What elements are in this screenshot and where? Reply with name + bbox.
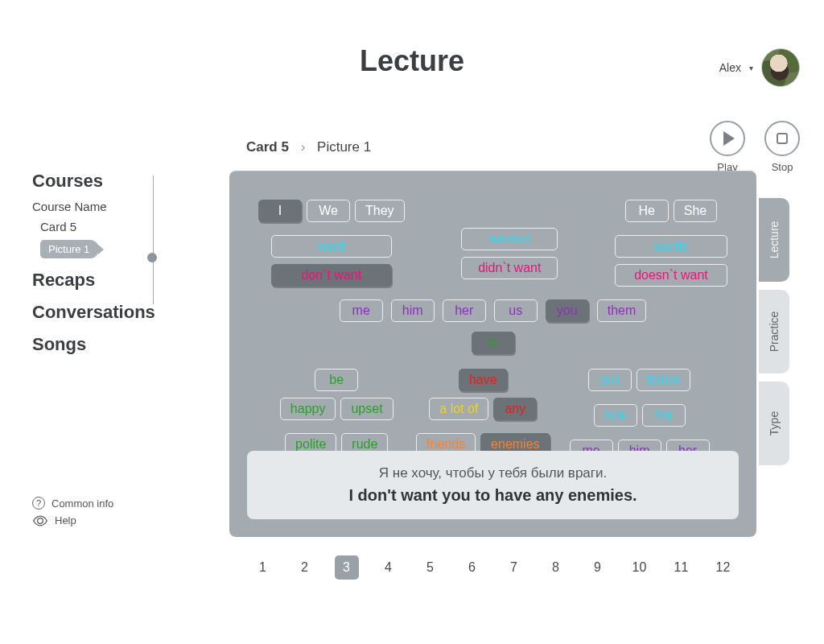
tab-practice-label: Practice xyxy=(768,312,781,353)
sidebar-courses-heading[interactable]: Courses xyxy=(32,171,193,192)
play-icon xyxy=(723,131,735,146)
stop-button[interactable] xyxy=(764,121,800,156)
help-link[interactable]: Help xyxy=(32,514,113,526)
sidebar-recaps[interactable]: Recaps xyxy=(32,270,193,291)
word-him[interactable]: him xyxy=(391,299,435,322)
word-you[interactable]: you xyxy=(546,299,589,322)
word-dont-want[interactable]: don`t want xyxy=(271,264,392,287)
page-6[interactable]: 6 xyxy=(460,555,484,580)
page-2[interactable]: 2 xyxy=(293,555,317,580)
page-7[interactable]: 7 xyxy=(502,555,526,580)
word-they[interactable]: They xyxy=(355,200,405,222)
translation-box: Я не хочу, чтобы у тебя были враги. I do… xyxy=(247,451,739,519)
word-hire[interactable]: hire xyxy=(594,404,637,427)
chevron-down-icon: ▾ xyxy=(749,64,753,72)
page-12[interactable]: 12 xyxy=(711,555,735,580)
sidebar-conversations[interactable]: Conversations xyxy=(32,302,193,323)
tab-lecture[interactable]: Lecture xyxy=(759,198,789,282)
page-10[interactable]: 10 xyxy=(628,555,652,580)
word-didnt-want[interactable]: didn`t want xyxy=(461,257,558,279)
stop-icon xyxy=(777,133,788,144)
word-she[interactable]: She xyxy=(674,200,717,222)
word-alotof[interactable]: a lot of xyxy=(429,398,488,420)
word-follow[interactable]: follow xyxy=(637,369,690,391)
tab-lecture-label: Lecture xyxy=(768,221,781,259)
sidebar-card[interactable]: Card 5 xyxy=(32,217,193,237)
word-happy[interactable]: happy xyxy=(280,398,336,420)
page-9[interactable]: 9 xyxy=(586,555,610,580)
question-icon: ? xyxy=(32,497,45,510)
common-info-label: Common info xyxy=(52,497,113,510)
translation-en: I don't want you to have any enemies. xyxy=(257,486,729,505)
word-me[interactable]: me xyxy=(340,299,383,322)
sidebar-timeline xyxy=(153,175,154,304)
word-any[interactable]: any xyxy=(493,398,537,420)
eye-icon xyxy=(32,515,48,526)
lesson-canvas: I We They want don`t want wanted didn`t … xyxy=(229,171,756,537)
tab-practice[interactable]: Practice xyxy=(759,290,789,374)
page-1[interactable]: 1 xyxy=(251,555,275,580)
word-her[interactable]: her xyxy=(443,299,486,322)
word-wants[interactable]: wants xyxy=(615,235,727,258)
tab-type[interactable]: Type xyxy=(759,382,789,465)
sidebar-course-name[interactable]: Course Name xyxy=(32,196,193,217)
word-want[interactable]: want xyxy=(271,235,392,258)
page-title: Lecture xyxy=(0,44,824,78)
word-them[interactable]: them xyxy=(597,299,647,322)
sidebar-picture-active[interactable]: Picture 1 xyxy=(40,240,99,258)
sidebar: Courses Course Name Card 5 Picture 1 Rec… xyxy=(32,171,193,360)
page-5[interactable]: 5 xyxy=(418,555,443,580)
translation-ru: Я не хочу, чтобы у тебя были враги. xyxy=(257,465,729,481)
sidebar-timeline-dot[interactable] xyxy=(147,253,157,262)
word-upset[interactable]: upset xyxy=(340,398,393,420)
page-11[interactable]: 11 xyxy=(670,555,694,580)
page-8[interactable]: 8 xyxy=(544,555,568,580)
word-be[interactable]: be xyxy=(315,369,358,391)
word-we[interactable]: We xyxy=(307,200,350,222)
user-name: Alex xyxy=(719,61,741,74)
breadcrumb-card[interactable]: Card 5 xyxy=(246,139,289,155)
word-join[interactable]: join xyxy=(588,369,632,391)
page-3[interactable]: 3 xyxy=(335,555,359,580)
breadcrumb: Card 5 › Picture 1 xyxy=(246,139,371,155)
avatar[interactable] xyxy=(761,48,800,87)
breadcrumb-picture[interactable]: Picture 1 xyxy=(317,139,371,155)
page-4[interactable]: 4 xyxy=(377,555,401,580)
word-have[interactable]: have xyxy=(459,369,508,391)
word-fire[interactable]: fire xyxy=(642,404,686,427)
user-menu[interactable]: Alex ▾ xyxy=(719,48,800,87)
sidebar-songs[interactable]: Songs xyxy=(32,334,193,355)
tab-type-label: Type xyxy=(768,411,781,436)
play-button[interactable] xyxy=(710,121,745,156)
word-i[interactable]: I xyxy=(258,200,302,222)
word-wanted[interactable]: wanted xyxy=(461,228,558,250)
common-info-link[interactable]: ? Common info xyxy=(32,497,113,510)
word-he[interactable]: He xyxy=(625,200,669,222)
pager: 123456789101112 xyxy=(229,555,756,580)
word-us[interactable]: us xyxy=(494,299,538,322)
word-doesnt-want[interactable]: doesn`t want xyxy=(615,264,727,287)
stop-label: Stop xyxy=(772,161,793,173)
chevron-right-icon: › xyxy=(301,139,306,155)
word-to[interactable]: to xyxy=(472,332,515,354)
help-label: Help xyxy=(55,514,76,526)
